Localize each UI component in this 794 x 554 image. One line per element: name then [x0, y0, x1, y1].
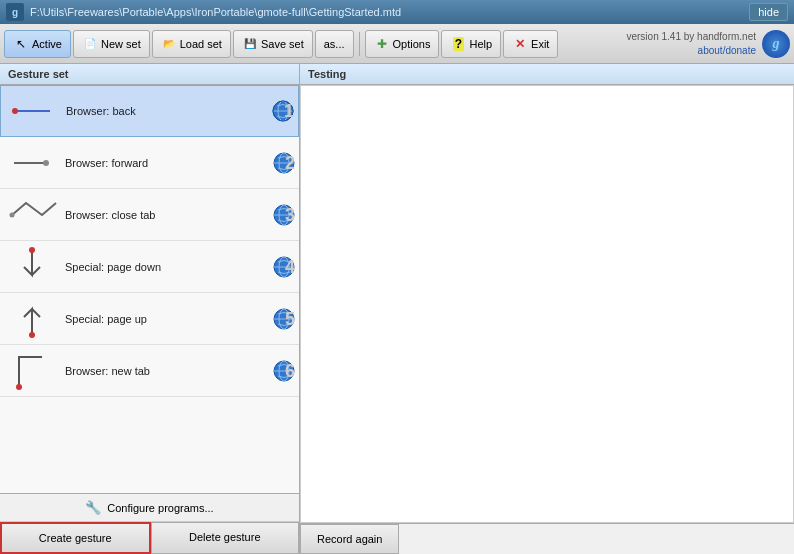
- gesture-name-4: Special: page down: [59, 261, 273, 273]
- gesture-preview-3: [4, 193, 59, 237]
- action-buttons: Create gesture Delete gesture: [0, 522, 299, 554]
- exit-button[interactable]: Exit: [503, 30, 558, 58]
- gesture-row[interactable]: Browser: close tab 3: [0, 189, 299, 241]
- svg-point-19: [29, 332, 35, 338]
- gesture-name-2: Browser: forward: [59, 157, 273, 169]
- svg-point-15: [29, 247, 35, 253]
- record-again-button[interactable]: Record again: [300, 524, 399, 554]
- testing-panel: Testing Record again: [300, 64, 794, 554]
- main-area: Gesture set Browser: back: [0, 64, 794, 554]
- save-icon: [242, 36, 258, 52]
- options-button[interactable]: Options: [365, 30, 440, 58]
- gesture-preview-2: [4, 141, 59, 185]
- active-label: Active: [32, 38, 62, 50]
- title-bar: g F:\Utils\Freewares\Portable\Apps\IronP…: [0, 0, 794, 24]
- load-set-label: Load set: [180, 38, 222, 50]
- cursor-icon: [13, 36, 29, 52]
- help-icon: [450, 36, 466, 52]
- app-logo: g: [6, 3, 24, 21]
- separator: [359, 32, 360, 56]
- help-label: Help: [469, 38, 492, 50]
- create-gesture-button[interactable]: Create gesture: [0, 522, 151, 554]
- gesture-row[interactable]: Browser: forward 2: [0, 137, 299, 189]
- new-doc-icon: [82, 36, 98, 52]
- svg-point-7: [43, 160, 49, 166]
- gesture-set-header: Gesture set: [0, 64, 299, 85]
- gesture-set-panel: Gesture set Browser: back: [0, 64, 300, 554]
- version-info: version 1.41 by handform.net about/donat…: [626, 30, 756, 58]
- browser-icon-4: [273, 256, 295, 278]
- gesture-name-5: Special: page up: [59, 313, 273, 325]
- gesture-name-3: Browser: close tab: [59, 209, 273, 221]
- gesture-preview-6: [4, 349, 59, 393]
- as-button[interactable]: as...: [315, 30, 354, 58]
- testing-header: Testing: [300, 64, 794, 85]
- wrench-icon: 🔧: [85, 500, 101, 515]
- gesture-row[interactable]: Special: page up 5: [0, 293, 299, 345]
- exit-icon: [512, 36, 528, 52]
- save-set-label: Save set: [261, 38, 304, 50]
- about-link[interactable]: about/donate: [698, 45, 756, 56]
- folder-icon: [161, 36, 177, 52]
- exit-label: Exit: [531, 38, 549, 50]
- svg-point-1: [12, 108, 18, 114]
- browser-icon-5: [273, 308, 295, 330]
- gesture-row[interactable]: Browser: new tab 6: [0, 345, 299, 397]
- options-label: Options: [393, 38, 431, 50]
- browser-icon-2: [273, 152, 295, 174]
- gesture-preview-1: [5, 89, 60, 133]
- left-panel-bottom: 🔧 Configure programs... Create gesture D…: [0, 493, 299, 554]
- gesture-name-6: Browser: new tab: [59, 365, 273, 377]
- configure-programs-button[interactable]: 🔧 Configure programs...: [0, 494, 299, 522]
- version-text: version 1.41 by handform.net: [626, 30, 756, 44]
- hide-button[interactable]: hide: [749, 3, 788, 21]
- browser-icon-1: [272, 100, 294, 122]
- new-set-label: New set: [101, 38, 141, 50]
- gesture-name-1: Browser: back: [60, 105, 272, 117]
- testing-area: [300, 85, 794, 523]
- svg-point-11: [10, 212, 15, 217]
- browser-icon-6: [273, 360, 295, 382]
- gesture-preview-5: [4, 297, 59, 341]
- toolbar: Active New set Load set Save set as... O…: [0, 24, 794, 64]
- help-button[interactable]: Help: [441, 30, 501, 58]
- as-label: as...: [324, 38, 345, 50]
- right-panel-bottom: Record again: [300, 523, 794, 554]
- window-title: F:\Utils\Freewares\Portable\Apps\IronPor…: [30, 6, 749, 18]
- new-set-button[interactable]: New set: [73, 30, 150, 58]
- save-set-button[interactable]: Save set: [233, 30, 313, 58]
- gesture-row[interactable]: Browser: back 1: [0, 85, 299, 137]
- gesture-list: Browser: back 1: [0, 85, 299, 493]
- gesture-preview-4: [4, 245, 59, 289]
- delete-gesture-button[interactable]: Delete gesture: [151, 522, 300, 554]
- gmote-logo: g: [762, 30, 790, 58]
- svg-point-23: [16, 384, 22, 390]
- gesture-row[interactable]: Special: page down 4: [0, 241, 299, 293]
- load-set-button[interactable]: Load set: [152, 30, 231, 58]
- active-button[interactable]: Active: [4, 30, 71, 58]
- options-icon: [374, 36, 390, 52]
- configure-label: Configure programs...: [107, 502, 213, 514]
- browser-icon-3: [273, 204, 295, 226]
